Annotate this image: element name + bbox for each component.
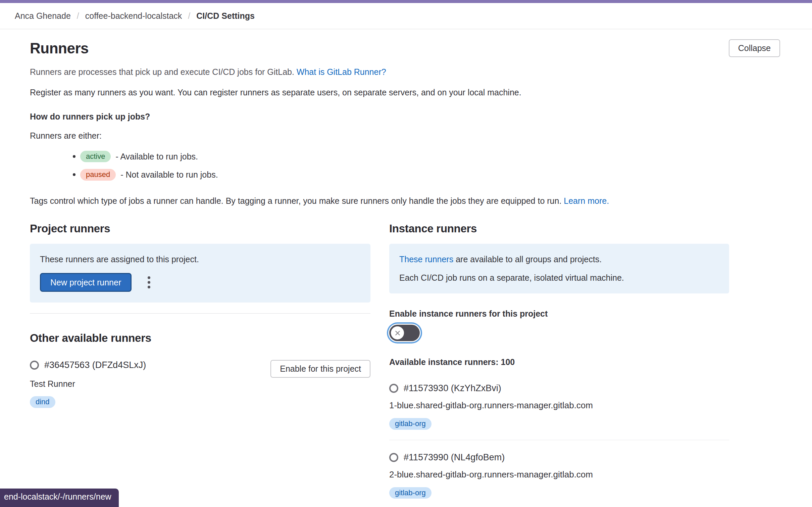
instance-runners-heading: Instance runners	[389, 222, 729, 235]
project-runners-info-box: These runners are assigned to this proje…	[30, 244, 370, 303]
enable-for-this-project-button[interactable]: Enable for this project	[270, 360, 370, 378]
available-runner-row: #36457563 (DFZd4SLxJ) Test Runner dind E…	[30, 360, 370, 408]
runner-state-active-item: active - Available to run jobs.	[80, 151, 780, 162]
new-project-runner-button[interactable]: New project runner	[40, 273, 132, 292]
instance-runners-column: Instance runners These runners are avail…	[389, 222, 729, 507]
available-runner-details: #36457563 (DFZd4SLxJ) Test Runner dind	[30, 360, 146, 408]
theme-top-bar	[0, 0, 812, 3]
runner-title-link[interactable]: #11573930 (KzYhZxBvi)	[404, 383, 501, 394]
learn-more-link[interactable]: Learn more.	[564, 196, 609, 205]
paused-state-text: - Not available to run jobs.	[120, 170, 218, 180]
runner-host: 1-blue.shared-gitlab-org.runners-manager…	[389, 400, 729, 411]
register-runners-text: Register as many runners as you want. Yo…	[30, 87, 780, 98]
section-divider	[30, 313, 370, 314]
project-runners-column: Project runners These runners are assign…	[30, 222, 370, 507]
tags-description: Tags control which type of jobs a runner…	[30, 195, 780, 206]
instance-runner-item: #11573930 (KzYhZxBvi) 1-blue.shared-gitl…	[389, 371, 729, 440]
runner-tag-badge: dind	[30, 396, 55, 408]
enable-instance-runners-label: Enable instance runners for this project	[389, 309, 729, 319]
project-runners-info-text: These runners are assigned to this proje…	[40, 255, 360, 264]
project-runners-heading: Project runners	[30, 222, 370, 235]
breadcrumb: Anca Ghenade / coffee-backend-localstack…	[0, 3, 812, 29]
breadcrumb-link-user[interactable]: Anca Ghenade	[15, 11, 71, 21]
runner-title-link[interactable]: #36457563 (DFZd4SLxJ)	[44, 360, 146, 370]
runners-settings-section: Runners Collapse Runners are processes t…	[0, 39, 812, 507]
instance-runners-toggle[interactable]	[389, 325, 420, 341]
runners-description: Runners are processes that pick up and e…	[30, 66, 780, 78]
runners-description-text: Runners are processes that pick up and e…	[30, 67, 294, 77]
breadcrumb-separator: /	[188, 11, 190, 21]
available-instance-runners-count: Available instance runners: 100	[389, 357, 729, 367]
runner-tag-badge: gitlab-org	[389, 418, 432, 429]
collapse-button[interactable]: Collapse	[729, 39, 780, 57]
toggle-knob-x-icon	[391, 326, 404, 339]
how-runners-pick-up-jobs-heading: How do runners pick up jobs?	[30, 112, 780, 122]
breadcrumb-current-page: CI/CD Settings	[196, 11, 255, 21]
instance-runner-item: #11573990 (NL4gfoBem) 2-blue.shared-gitl…	[389, 440, 729, 507]
runner-status-icon	[389, 453, 398, 462]
instance-runners-info-line2: Each CI/CD job runs on a separate, isola…	[399, 273, 719, 283]
instance-runners-info-line1: These runners are available to all group…	[399, 255, 719, 264]
runner-host: 2-blue.shared-gitlab-org.runners-manager…	[389, 469, 729, 480]
runner-description: Test Runner	[30, 379, 146, 389]
these-runners-link[interactable]: These runners	[399, 255, 453, 264]
runner-state-list: active - Available to run jobs. paused -…	[80, 151, 780, 181]
runner-status-icon	[30, 361, 39, 370]
instance-runners-info-text: are available to all groups and projects…	[456, 255, 602, 264]
runner-title-link[interactable]: #11573990 (NL4gfoBem)	[404, 452, 505, 463]
page-title: Runners	[30, 40, 89, 57]
active-state-text: - Available to run jobs.	[115, 152, 198, 162]
breadcrumb-link-project[interactable]: coffee-backend-localstack	[85, 11, 182, 21]
runner-state-paused-item: paused - Not available to run jobs.	[80, 169, 780, 180]
runner-tag-badge: gitlab-org	[389, 487, 432, 499]
breadcrumb-separator: /	[77, 11, 79, 21]
kebab-menu-icon[interactable]	[144, 273, 154, 292]
active-badge: active	[80, 151, 111, 162]
instance-runner-list: #11573930 (KzYhZxBvi) 1-blue.shared-gitl…	[389, 371, 729, 507]
what-is-gitlab-runner-link[interactable]: What is GitLab Runner?	[297, 67, 386, 77]
instance-runners-info-box: These runners are available to all group…	[389, 244, 729, 293]
paused-badge: paused	[80, 169, 116, 180]
tags-description-text: Tags control which type of jobs a runner…	[30, 196, 561, 205]
other-available-runners-heading: Other available runners	[30, 332, 370, 344]
runner-status-icon	[389, 384, 398, 393]
link-url-preview-tooltip: end-localstack/-/runners/new	[0, 489, 119, 507]
runners-are-either-label: Runners are either:	[30, 131, 780, 141]
